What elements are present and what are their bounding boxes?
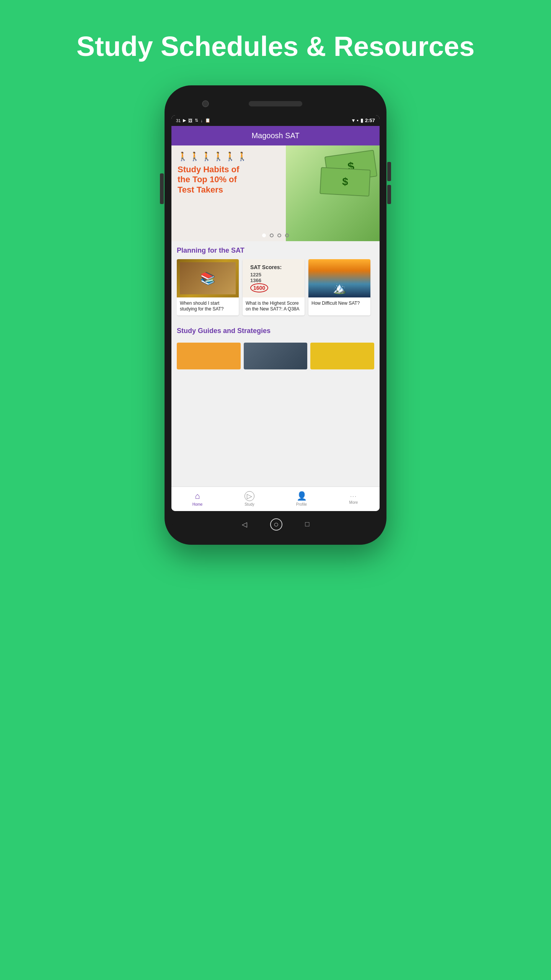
cards-row-planning: 📚 When should I start studying for the S… <box>177 259 374 318</box>
banner-line1: Study Habits of <box>178 165 239 174</box>
card-sat-scores[interactable]: SAT Scores: 1225 1366 1600 What is the H… <box>243 259 305 315</box>
nav-study[interactable]: ▷ Study <box>223 487 276 511</box>
status-icons-left: 31 ▶ 🖼 ⇅ ↓ 📋 <box>176 118 210 123</box>
nav-home[interactable]: ⌂ Home <box>171 487 223 511</box>
power-button[interactable] <box>160 173 164 204</box>
phone-screen: 31 ▶ 🖼 ⇅ ↓ 📋 ▾ ▪ ▮ 2:57 Magoosh SAT <box>171 115 380 511</box>
study-icon: ▷ <box>245 491 254 501</box>
app-title: Magoosh SAT <box>251 131 299 140</box>
card-mountain-image: 🏔️ <box>308 259 370 297</box>
more-label: More <box>349 500 358 505</box>
status-icons-right: ▾ ▪ ▮ 2:57 <box>352 118 375 123</box>
app-header: Magoosh SAT <box>171 126 380 145</box>
page-title: Study Schedules & Resources <box>77 31 474 62</box>
banner-right: $ $ <box>286 145 380 241</box>
study-label: Study <box>245 502 254 506</box>
section-planning: Planning for the SAT 📚 When should I sta… <box>171 241 380 322</box>
status-icon-sync: ⇅ <box>195 118 198 123</box>
guide-card-2[interactable] <box>244 343 308 369</box>
status-icon-download: ↓ <box>201 118 203 123</box>
card-when-title: When should I start studying for the SAT… <box>177 297 239 315</box>
money-visual: $ $ <box>286 145 380 241</box>
carousel-dot-1[interactable] <box>262 234 266 237</box>
figure-icon-6: 🚶 <box>237 152 247 162</box>
section-guides: Study Guides and Strategies <box>171 322 380 343</box>
card-scores-title: What is the Highest Score on the New SAT… <box>243 297 305 315</box>
banner-line2: the Top 10% of <box>178 175 237 184</box>
figure-icon-1: 🚶 <box>178 152 188 162</box>
status-icon-video: ▶ <box>183 118 186 123</box>
nav-profile[interactable]: 👤 Profile <box>276 487 328 511</box>
score-1600: 1600 <box>250 283 268 292</box>
banner-figures: 🚶 🚶 🚶 🚶 🚶 🚶 <box>178 152 280 162</box>
status-time: 2:57 <box>365 118 375 123</box>
figure-icon-2: 🚶 <box>189 152 200 162</box>
signal-icon: ▪ <box>357 118 359 123</box>
banner-left: 🚶 🚶 🚶 🚶 🚶 🚶 Study Habits of the Top 10% … <box>171 145 286 241</box>
phone-bottom-bar: ◁ ○ □ <box>171 511 380 538</box>
figure-icon-4: 🚶 <box>213 152 223 162</box>
guide-card-3[interactable] <box>310 343 374 369</box>
front-camera <box>202 100 209 107</box>
banner-line3: Test Takers <box>178 185 223 194</box>
back-button[interactable]: ◁ <box>242 520 247 529</box>
phone-speaker <box>249 101 302 106</box>
money-bill-2: $ <box>320 167 370 196</box>
scroll-content[interactable]: Planning for the SAT 📚 When should I sta… <box>171 241 380 487</box>
guide-card-1[interactable] <box>177 343 241 369</box>
scores-title: SAT Scores: <box>250 264 282 270</box>
status-icon-clipboard: 📋 <box>205 118 210 123</box>
score-1225: 1225 <box>250 272 261 278</box>
card-difficult-title: How Difficult New SAT? <box>308 297 370 310</box>
more-icon: ··· <box>350 493 357 499</box>
battery-icon: ▮ <box>360 118 363 123</box>
volume-up-button[interactable] <box>387 162 391 181</box>
home-icon: ⌂ <box>195 491 200 501</box>
phone-frame: 31 ▶ 🖼 ⇅ ↓ 📋 ▾ ▪ ▮ 2:57 Magoosh SAT <box>165 85 386 545</box>
card-study-image: 📚 <box>177 259 239 297</box>
banner-carousel[interactable]: 🚶 🚶 🚶 🚶 🚶 🚶 Study Habits of the Top 10% … <box>171 145 380 241</box>
home-button[interactable]: ○ <box>270 518 282 531</box>
carousel-dot-4[interactable] <box>285 234 289 237</box>
carousel-dots <box>262 234 289 237</box>
section-guides-title: Study Guides and Strategies <box>177 327 374 335</box>
bottom-nav: ⌂ Home ▷ Study 👤 Profile ··· More <box>171 487 380 511</box>
figure-icon-5: 🚶 <box>225 152 235 162</box>
section-planning-title: Planning for the SAT <box>177 247 374 255</box>
recent-button[interactable]: □ <box>305 520 310 528</box>
score-1366: 1366 <box>250 278 261 283</box>
nav-more[interactable]: ··· More <box>328 487 380 511</box>
card-when-to-study[interactable]: 📚 When should I start studying for the S… <box>177 259 239 315</box>
banner-headline: Study Habits of the Top 10% of Test Take… <box>178 165 280 195</box>
guides-preview <box>171 343 380 375</box>
status-bar: 31 ▶ 🖼 ⇅ ↓ 📋 ▾ ▪ ▮ 2:57 <box>171 115 380 126</box>
carousel-dot-3[interactable] <box>277 234 281 237</box>
home-label: Home <box>192 502 203 506</box>
card-scores-image: SAT Scores: 1225 1366 1600 <box>243 259 305 297</box>
card-how-difficult[interactable]: 🏔️ How Difficult New SAT? <box>308 259 370 315</box>
carousel-dot-2[interactable] <box>270 234 274 237</box>
banner-content: 🚶 🚶 🚶 🚶 🚶 🚶 Study Habits of the Top 10% … <box>171 145 380 241</box>
wifi-icon: ▾ <box>352 118 355 123</box>
profile-icon: 👤 <box>297 491 307 501</box>
status-icon-image: 🖼 <box>188 118 192 123</box>
phone-top-bar <box>171 92 380 115</box>
figure-icon-3: 🚶 <box>201 152 212 162</box>
volume-down-button[interactable] <box>387 185 391 204</box>
profile-label: Profile <box>296 502 307 506</box>
status-icon-calendar: 31 <box>176 118 181 123</box>
